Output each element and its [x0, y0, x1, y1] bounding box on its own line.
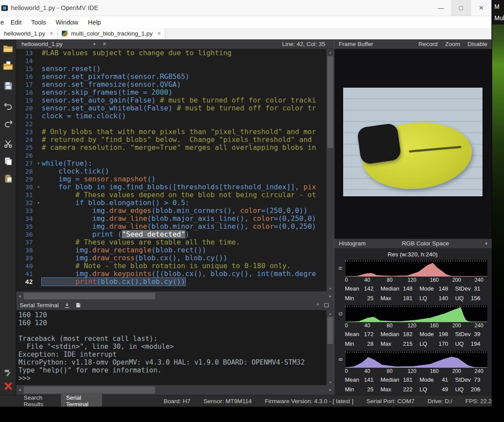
- histogram-channel-g: G04080120160200240Mean172Median182Mode19…: [338, 305, 487, 348]
- code-line-36[interactable]: 36 print ("Seed detected"): [16, 231, 327, 238]
- code-line-37[interactable]: 37 # These values are stable all the tim…: [16, 238, 327, 246]
- code-line-29[interactable]: 29 img = sensor.snapshot(): [16, 175, 327, 183]
- open-file-button[interactable]: [0, 39, 16, 57]
- code-line-19[interactable]: 19sensor.set_auto_gain(False) # must be …: [16, 96, 327, 104]
- code-line-22[interactable]: 22: [16, 120, 327, 128]
- scroll-down-icon[interactable]: ▼: [327, 379, 334, 385]
- record-button[interactable]: Record: [419, 41, 438, 47]
- code-line-26[interactable]: 26: [16, 152, 327, 160]
- tab-helloworld_1-py[interactable]: helloworld_1.py✕: [0, 28, 58, 39]
- maximize-button[interactable]: □: [451, 0, 471, 16]
- save-log-icon[interactable]: [75, 302, 81, 308]
- code-text: # camera resolution. "merge=True" merges…: [42, 144, 316, 152]
- line-number: 37: [16, 238, 35, 246]
- code-line-17[interactable]: 17sensor.set_framesize(sensor.QVGA): [16, 81, 327, 89]
- autoscroll-icon[interactable]: [64, 302, 70, 309]
- menu-item-edit[interactable]: Edit: [6, 19, 26, 26]
- paste-button[interactable]: [0, 170, 16, 188]
- scrollbar-thumb[interactable]: [24, 293, 155, 299]
- disable-button[interactable]: Disable: [468, 41, 487, 47]
- open-documents-button[interactable]: [0, 57, 16, 74]
- code-line-42[interactable]: 42 print(blob.cx(),blob.cy()): [16, 278, 327, 286]
- menu-item-window[interactable]: Window: [51, 19, 83, 26]
- fold-icon[interactable]: ▾: [35, 199, 42, 207]
- copy-button[interactable]: [0, 152, 16, 170]
- stat-value: 156: [471, 295, 480, 301]
- scroll-right-icon[interactable]: ▶: [327, 291, 334, 301]
- redo-icon: [4, 119, 13, 128]
- code-line-39[interactable]: 39 img.draw_cross(blob.cx(), blob.cy()): [16, 254, 327, 262]
- code-line-27[interactable]: 27▾while(True):: [16, 160, 327, 167]
- color-space-dropdown[interactable]: RGB Color Space: [366, 240, 485, 247]
- editor-horizontal-scrollbar[interactable]: ◀ ▶: [16, 291, 334, 301]
- code-line-34[interactable]: 34 img.draw_line(blob.major_axis_line(),…: [16, 215, 327, 223]
- scroll-left-icon[interactable]: ◀: [16, 291, 23, 301]
- fold-icon: [35, 175, 42, 183]
- serial-terminal-output[interactable]: 160 120160 120 Traceback (most recent ca…: [16, 310, 327, 385]
- code-line-33[interactable]: 33 img.draw_edges(blob.min_corners(), co…: [16, 207, 327, 215]
- code-line-14[interactable]: 14: [16, 57, 327, 65]
- tab-multi_color_blob_tracking_1-py[interactable]: multi_color_blob_tracking_1.py✕: [58, 28, 165, 39]
- code-line-13[interactable]: 13#LAB values subject to change due to l…: [16, 49, 327, 57]
- code-line-40[interactable]: 40 # Note - the blob rotation is unique …: [16, 262, 327, 270]
- code-editor[interactable]: 13#LAB values subject to change due to l…: [16, 49, 327, 291]
- scroll-right-icon[interactable]: ▶: [327, 385, 334, 395]
- code-line-23[interactable]: 23# Only blobs that with more pixels tha…: [16, 128, 327, 136]
- code-line-31[interactable]: 31 # These values depend on the blob not…: [16, 191, 327, 199]
- editor-vertical-scrollbar[interactable]: ▲ ▼: [327, 49, 334, 291]
- histogram-title: Histogram: [339, 240, 366, 247]
- collapse-panel-icon[interactable]: ^: [316, 302, 319, 309]
- code-line-25[interactable]: 25# camera resolution. "merge=True" merg…: [16, 144, 327, 152]
- code-line-28[interactable]: 28 clock.tick(): [16, 167, 327, 175]
- zoom-button[interactable]: Zoom: [445, 41, 460, 47]
- stat-min: Min25: [345, 385, 380, 394]
- expand-panel-icon[interactable]: [324, 303, 329, 307]
- axis-tick: 200: [452, 368, 461, 374]
- code-text: print ("Seed detected"): [42, 231, 189, 238]
- redo-button[interactable]: [0, 115, 16, 132]
- undo-button[interactable]: [0, 97, 16, 115]
- code-line-21[interactable]: 21clock = time.clock(): [16, 112, 327, 120]
- close-button[interactable]: ✕: [471, 0, 491, 16]
- code-line-15[interactable]: 15sensor.reset(): [16, 65, 327, 73]
- menu-item-tools[interactable]: Tools: [26, 19, 51, 26]
- menu-item-help[interactable]: Help: [83, 19, 106, 26]
- fold-icon: [35, 120, 42, 128]
- background-window-fragment: M Mul: [492, 0, 504, 25]
- stop-script-button[interactable]: [0, 377, 16, 395]
- code-line-30[interactable]: 30▾ for blob in img.find_blobs([threshol…: [16, 183, 327, 191]
- code-line-41[interactable]: 41 img.draw_keypoints([(blob.cx(), blob.…: [16, 270, 327, 278]
- code-line-32[interactable]: 32▾ if blob.elongation() > 0.5:: [16, 199, 327, 207]
- minimize-button[interactable]: —: [431, 0, 451, 16]
- terminal-vertical-scrollbar[interactable]: ▲ ▼: [327, 310, 334, 385]
- stat-label: StDev: [455, 285, 470, 292]
- tab-close-icon[interactable]: ✕: [156, 31, 161, 36]
- code-line-20[interactable]: 20sensor.set_auto_whitebal(False) # must…: [16, 104, 327, 112]
- editor-header: helloworld_1.py ▾ ✕ Line: 42, Col: 35: [16, 39, 334, 49]
- code-line-35[interactable]: 35 img.draw_line(blob.minor_axis_line(),…: [16, 223, 327, 231]
- histogram-channel-r: R04080120160200240Mean142Median148Mode14…: [338, 260, 487, 302]
- statusbar-item: Drive: D:/: [428, 398, 452, 404]
- axis-tick: 0: [345, 277, 348, 283]
- code-line-38[interactable]: 38 img.draw_rectangle(blob.rect()): [16, 246, 327, 254]
- scrollbar-thumb[interactable]: [327, 317, 333, 344]
- scroll-up-icon[interactable]: ▲: [327, 49, 334, 55]
- tab-close-icon[interactable]: ✕: [49, 31, 53, 36]
- scroll-down-icon[interactable]: ▼: [327, 285, 334, 291]
- save-button[interactable]: [0, 77, 16, 95]
- statusbar-item: Serial Port: COM7: [366, 398, 415, 404]
- scrollbar-thumb[interactable]: [327, 56, 333, 148]
- close-file-button[interactable]: ✕: [103, 41, 106, 47]
- fold-icon: [35, 167, 42, 175]
- scroll-up-icon[interactable]: ▲: [327, 310, 334, 316]
- code-line-18[interactable]: 18sensor.skip_frames(time = 2000): [16, 89, 327, 96]
- cut-button[interactable]: [0, 135, 16, 152]
- file-selector-dropdown[interactable]: helloworld_1.py ▾: [19, 39, 98, 49]
- code-line-24[interactable]: 24# returned by "find_blobs" below. Chan…: [16, 136, 327, 144]
- fold-icon[interactable]: ▾: [35, 160, 42, 167]
- fold-icon[interactable]: ▾: [35, 183, 42, 191]
- terminal-line: Exception: IDE interrupt: [18, 351, 327, 358]
- code-line-16[interactable]: 16sensor.set_pixformat(sensor.RGB565): [16, 73, 327, 81]
- menu-item-e[interactable]: e: [0, 19, 6, 26]
- chevron-down-icon[interactable]: ▾: [485, 241, 487, 246]
